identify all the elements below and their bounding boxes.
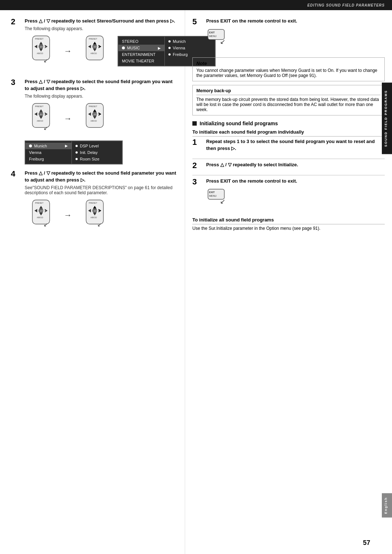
movie-label: MOVIE THEATER — [122, 59, 154, 63]
menu-left-1: STEREO MUSIC ▶ ENTERTAINMENT — [118, 37, 165, 66]
remote-2-icon: PRESET ENTER A/B/C/D — [78, 34, 111, 69]
svg-text:A/B/C/D: A/B/C/D — [37, 53, 44, 54]
step-4-number: 4 — [11, 170, 22, 237]
svg-text:PRESET: PRESET — [89, 202, 97, 204]
dsp-bullet — [75, 145, 78, 147]
right-step-1-content: Repeat steps 1 to 3 to select the sound … — [206, 138, 385, 154]
divider-1 — [192, 159, 385, 159]
svg-text:A/B/C/D: A/B/C/D — [91, 120, 97, 122]
svg-text:ENTER: ENTER — [94, 114, 100, 115]
sub-section-title: To initialize each sound field program i… — [192, 129, 304, 135]
svg-text:EXIT: EXIT — [209, 191, 215, 194]
step-4-title: Press △ / ▽ repeatedly to select the sou… — [25, 170, 177, 184]
right-step-2-content: Press △ / ▽ repeatedly to select Initial… — [206, 161, 385, 170]
memory-backup-box: Memory back-up The memory back-up circui… — [192, 85, 385, 115]
header-bar: EDITING SOUND FIELD PARAMETERS — [0, 0, 392, 10]
munich2-label: Munich — [34, 144, 47, 148]
vienna-label: Vienna — [173, 46, 185, 50]
right-step-3: 3 Press EXIT on the remote control to ex… — [192, 178, 385, 212]
menu-item-entertainment: ENTERTAINMENT — [118, 51, 164, 58]
left-column: 2 Press △ / ▽ repeatedly to select Stere… — [0, 10, 185, 554]
svg-text:ENTER: ENTER — [94, 210, 100, 212]
menu-item-munich2: Munich ▶ — [25, 143, 72, 149]
vienna2-label: Vienna — [29, 150, 41, 155]
svg-text:MENU: MENU — [209, 195, 217, 197]
right-step-1-number: 1 — [192, 138, 203, 154]
remote-1-icon: PRESET ENTER A/B/C/D — [25, 34, 57, 69]
svg-text:PRESET: PRESET — [89, 105, 97, 107]
dsp-label: DSP Level — [80, 144, 99, 148]
right-step-1-title: Repeat steps 1 to 3 to select the sound … — [206, 138, 385, 152]
arrow-icon: → — [64, 46, 72, 56]
menu-item-movie: MOVIE THEATER — [118, 58, 164, 64]
sub-section-heading: To initialize each sound field program i… — [192, 129, 385, 137]
menu-item-dsp: DSP Level — [72, 143, 122, 149]
step-5-number: 5 — [192, 17, 203, 52]
menu-right-2: DSP Level Init. Delay Room Size — [72, 141, 122, 164]
note-title: Note — [196, 61, 381, 66]
svg-text:ENTER: ENTER — [94, 46, 100, 48]
vienna-bullet — [168, 47, 171, 49]
svg-text:↙: ↙ — [97, 221, 102, 227]
music-bullet — [122, 46, 125, 49]
munich2-bullet — [29, 144, 32, 147]
step-4-content: Press △ / ▽ repeatedly to select the sou… — [25, 170, 177, 237]
arrow-2-icon: → — [64, 114, 72, 123]
step-4-diagram: PRESET ENTER A/B/C/D ↙ → PRESET — [25, 198, 177, 233]
step-3-body: The following display appears. — [25, 94, 177, 99]
freiburg2-label: Freiburg — [29, 157, 44, 161]
memory-backup-title: Memory back-up — [196, 88, 381, 95]
menu-item-stereo: STEREO — [118, 38, 164, 45]
svg-text:↙: ↙ — [220, 38, 225, 45]
right-step-3-number: 3 — [192, 178, 203, 212]
munich-bullet — [168, 40, 171, 42]
init-all-heading: To initialize all sound field programs — [192, 217, 385, 224]
exit-diagram: EXIT MENU ↙ — [206, 28, 385, 49]
music-arrow: ▶ — [158, 46, 161, 50]
exit-diagram-2: EXIT MENU ↙ — [206, 187, 385, 208]
main-content: 2 Press △ / ▽ repeatedly to select Stere… — [0, 10, 392, 554]
remote-4-icon: PRESET ENTER A/B/C/D — [78, 102, 111, 136]
menu-item-room-size: Room Size — [72, 156, 122, 162]
english-tab-label: English — [384, 497, 388, 514]
menu-box-2: Munich ▶ Vienna Freiburg DSP — [25, 140, 123, 164]
header-title: EDITING SOUND FIELD PARAMETERS — [307, 3, 385, 7]
right-column: 5 Press EXIT on the remote control to ex… — [185, 10, 392, 554]
svg-text:↙: ↙ — [220, 198, 225, 205]
music-label: MUSIC — [127, 46, 140, 50]
menu-item-freiburg2: Freiburg — [25, 156, 72, 162]
step-3-content: Press △ / ▽ repeatedly to select the sou… — [25, 78, 177, 164]
svg-text:↙: ↙ — [44, 221, 48, 227]
sound-field-tab: SOUND FIELD PROGRAMS — [382, 83, 392, 154]
room-size-bullet — [75, 158, 78, 160]
remote-5-icon: PRESET ENTER A/B/C/D ↙ — [25, 198, 57, 233]
entertainment-label: ENTERTAINMENT — [122, 52, 156, 57]
svg-text:PRESET: PRESET — [35, 105, 44, 107]
svg-text:ENTER: ENTER — [40, 46, 46, 48]
menu-left-2: Munich ▶ Vienna Freiburg — [25, 141, 72, 164]
svg-text:A/B/C/D: A/B/C/D — [91, 53, 97, 54]
svg-text:↙: ↙ — [44, 57, 48, 63]
freiburg-bullet — [168, 53, 171, 56]
right-step-1: 1 Repeat steps 1 to 3 to select the soun… — [192, 138, 385, 154]
init-delay-label: Init. Delay — [80, 150, 98, 155]
munich-label: Munich — [173, 39, 185, 44]
svg-text:ENTER: ENTER — [40, 210, 46, 212]
svg-text:↙: ↙ — [44, 125, 48, 131]
step-2-number: 2 — [11, 17, 22, 73]
stereo-label: STEREO — [122, 39, 138, 44]
page-number: 57 — [363, 539, 370, 547]
svg-text:PRESET: PRESET — [35, 202, 44, 204]
svg-text:EXIT: EXIT — [209, 31, 215, 34]
step-5-content: Press EXIT on the remote control to exit… — [206, 17, 385, 52]
menu-item-vienna2: Vienna — [25, 149, 72, 156]
black-square-icon — [192, 121, 197, 126]
remote-6-icon: PRESET ENTER A/B/C/D ↙ — [78, 198, 111, 233]
memory-backup-body: The memory back-up circuit prevents the … — [196, 97, 381, 112]
room-size-label: Room Size — [80, 157, 99, 161]
step-3-number: 3 — [11, 78, 22, 164]
note-body: You cannot change parameter values when … — [196, 68, 381, 78]
section-heading: Initializing sound field programs — [192, 121, 385, 126]
menu-item-music: MUSIC ▶ — [118, 45, 164, 51]
svg-text:ENTER: ENTER — [40, 114, 46, 115]
